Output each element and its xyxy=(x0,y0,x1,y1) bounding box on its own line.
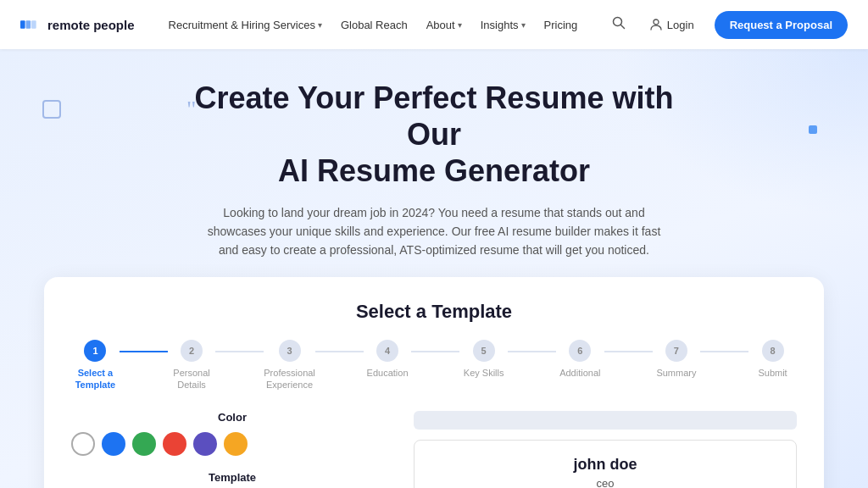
resume-builder-card: Select a Template 1 Select aTemplate 2 P… xyxy=(44,277,824,488)
connector-2-3 xyxy=(215,351,264,352)
search-button[interactable] xyxy=(609,13,629,36)
svg-point-5 xyxy=(654,19,659,25)
hero-heading: Create Your Perfect Resume with Our AI R… xyxy=(171,80,697,190)
swatch-orange[interactable] xyxy=(224,432,248,456)
request-proposal-button[interactable]: Request a Proposal xyxy=(715,11,848,39)
swatch-red[interactable] xyxy=(163,432,186,456)
connector-1-2 xyxy=(120,351,168,352)
swatch-green[interactable] xyxy=(132,432,156,456)
connector-7-8 xyxy=(700,351,748,352)
logo-text: remote people xyxy=(47,18,135,32)
search-icon xyxy=(612,16,626,30)
step-label-4: Education xyxy=(367,367,409,379)
nav-global-reach[interactable]: Global Reach xyxy=(334,14,415,36)
step-circle-1: 1 xyxy=(84,340,106,362)
nav-pricing[interactable]: Pricing xyxy=(537,14,585,36)
svg-rect-2 xyxy=(31,20,36,28)
step-circle-4: 4 xyxy=(376,340,398,362)
step-label-6: Additional xyxy=(559,367,600,379)
step-1[interactable]: 1 Select aTemplate xyxy=(71,340,120,391)
step-label-5: Key Skills xyxy=(464,367,504,379)
step-4[interactable]: 4 Education xyxy=(364,340,412,379)
step-8[interactable]: 8 Submit xyxy=(748,340,797,379)
preview-card: john doe ceo asd xyxy=(414,440,797,488)
step-label-1: Select aTemplate xyxy=(75,367,115,391)
options-left: Color Template john doe ceo xyxy=(71,411,393,488)
stepper: 1 Select aTemplate 2 PersonalDetails 3 P… xyxy=(71,340,797,391)
step-circle-8: 8 xyxy=(762,340,784,362)
step-circle-5: 5 xyxy=(473,340,495,362)
nav-recruitment[interactable]: Recruitment & Hiring Services ▾ xyxy=(162,14,329,36)
user-icon xyxy=(649,18,663,31)
step-7[interactable]: 7 Summary xyxy=(653,340,701,379)
step-circle-2: 2 xyxy=(181,340,203,362)
step-3[interactable]: 3 ProfessionalExperience xyxy=(264,340,315,391)
chevron-down-icon: ▾ xyxy=(458,20,462,30)
swatch-blue[interactable] xyxy=(102,432,125,456)
svg-rect-0 xyxy=(20,20,25,28)
options-row: Color Template john doe ceo xyxy=(71,411,797,488)
step-label-2: PersonalDetails xyxy=(173,367,209,391)
svg-rect-1 xyxy=(26,20,31,28)
chevron-down-icon: ▾ xyxy=(521,20,526,30)
step-5[interactable]: 5 Key Skills xyxy=(459,340,508,379)
connector-4-5 xyxy=(411,351,459,352)
preview-name: john doe xyxy=(435,456,776,474)
nav-links: Recruitment & Hiring Services ▾ Global R… xyxy=(162,14,609,36)
swatch-purple[interactable] xyxy=(193,432,217,456)
chevron-down-icon: ▾ xyxy=(318,20,322,30)
step-6[interactable]: 6 Additional xyxy=(556,340,604,379)
color-swatches xyxy=(71,432,393,456)
hero-section: " " Create Your Perfect Resume with Our … xyxy=(0,49,868,488)
step-label-3: ProfessionalExperience xyxy=(264,367,315,391)
navbar: remote people Recruitment & Hiring Servi… xyxy=(0,0,868,49)
hero-subtext: Looking to land your dream job in 2024? … xyxy=(197,203,671,260)
step-circle-6: 6 xyxy=(569,340,591,362)
preview-role: ceo xyxy=(435,477,776,488)
template-label: Template xyxy=(71,471,393,484)
logo[interactable]: remote people xyxy=(20,16,135,33)
step-label-8: Submit xyxy=(758,367,787,379)
nav-insights[interactable]: Insights ▾ xyxy=(474,14,532,36)
step-circle-7: 7 xyxy=(665,340,687,362)
preview-bar xyxy=(414,411,797,430)
decoration-square xyxy=(42,100,61,119)
login-button[interactable]: Login xyxy=(643,14,701,35)
color-label: Color xyxy=(71,411,393,424)
step-label-7: Summary xyxy=(656,367,696,379)
card-title: Select a Template xyxy=(71,301,797,323)
connector-5-6 xyxy=(508,351,556,352)
options-right: john doe ceo asd xyxy=(414,411,797,488)
step-2[interactable]: 2 PersonalDetails xyxy=(168,340,216,391)
nav-about[interactable]: About ▾ xyxy=(420,14,469,36)
connector-3-4 xyxy=(315,351,364,352)
connector-6-7 xyxy=(604,351,653,352)
svg-line-4 xyxy=(620,25,624,29)
swatch-white[interactable] xyxy=(71,432,95,456)
nav-right: Login Request a Proposal xyxy=(609,11,848,39)
step-circle-3: 3 xyxy=(279,340,301,362)
